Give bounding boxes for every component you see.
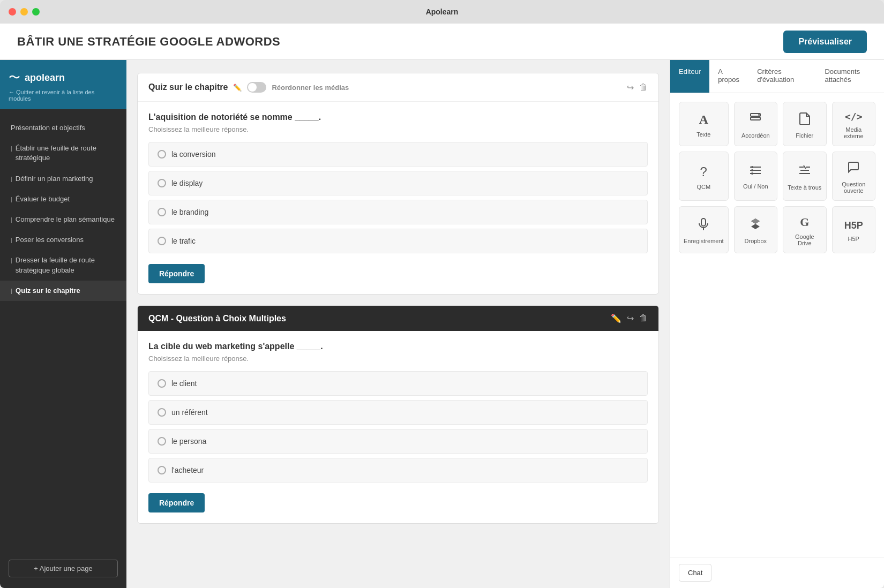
block-texte-a-trous-label: Texte à trous [788,184,821,191]
block-h5p-label: H5P [848,236,859,242]
sidebar-item-plan-marketing[interactable]: | Définir un plan marketing [0,169,126,189]
quiz2-body: La cible du web marketing s'appelle ____… [138,331,658,523]
main-window: BÂTIR UNE STRATÉGIE GOOGLE ADWORDS Prévi… [0,24,884,588]
block-accordeon[interactable]: Accordéon [734,102,777,146]
title-bar: Apolearn [0,0,884,24]
delete-icon[interactable]: 🗑 [639,313,648,323]
dropbox-icon [749,217,762,233]
block-enregistrement[interactable]: Enregistrement [679,206,729,253]
quiz1-option-0[interactable]: la conversion [148,142,648,167]
sidebar-item-label: Dresser la feuille de route stratégique … [16,255,116,275]
quiz1-header: Quiz sur le chapitre ✏️ Réordonner les m… [138,73,658,102]
sidebar-item-feuille-route[interactable]: | Établir une feuille de route stratégiq… [0,138,126,168]
sidebar-item-conversions[interactable]: | Poser les conversions [0,230,126,250]
preview-button[interactable]: Prévisualiser [783,31,867,53]
block-fichier[interactable]: Fichier [783,102,826,146]
radio-circle [158,437,166,446]
quiz2-option-0[interactable]: le client [148,371,648,396]
chat-button[interactable]: Chat [679,564,711,582]
sidebar-item-presentation[interactable]: Présentation et objectifs [0,118,126,138]
media-externe-icon: </> [845,111,863,122]
add-page-button[interactable]: + Ajouter une page [9,560,118,577]
back-link[interactable]: ← Quitter et revenir à la liste des modu… [9,89,118,102]
quiz1-actions: ↪ 🗑 [627,82,648,93]
tab-editeur[interactable]: Editeur [670,60,709,93]
option-label: un référent [171,408,208,417]
block-texte[interactable]: A Texte [679,102,729,146]
sidebar-nav: Présentation et objectifs | Établir une … [0,109,126,553]
quiz2-question: La cible du web marketing s'appelle ____… [148,342,648,351]
tab-documents[interactable]: Documents attachés [816,60,884,93]
right-panel: Editeur A propos Critères d'évaluation D… [670,60,884,588]
quiz2-option-2[interactable]: le persona [148,429,648,454]
quiz1-body: L'aquisition de notoriété se nomme _____… [138,102,658,294]
tab-apropos[interactable]: A propos [709,60,748,93]
quiz2-respond-button[interactable]: Répondre [148,493,205,512]
block-accordeon-label: Accordéon [741,132,770,139]
quiz1-title: Quiz sur le chapitre ✏️ Réordonner les m… [148,82,349,93]
sidebar-item-label: Définir un plan marketing [16,174,93,184]
sidebar-item-label: Quiz sur le chapitre [16,286,80,296]
quiz1-option-3[interactable]: le trafic [148,229,648,253]
block-oui-non[interactable]: Oui / Non [734,152,777,201]
quiz2-option-1[interactable]: un référent [148,400,648,425]
accordeon-icon [749,112,762,128]
svg-rect-1 [751,117,760,120]
edit-icon[interactable]: ✏️ [611,313,621,323]
block-qcm[interactable]: ? QCM [679,152,729,201]
content-area: 〜 apolearn ← Quitter et revenir à la lis… [0,60,884,588]
block-h5p[interactable]: H5P H5P [832,206,875,253]
edit-icon[interactable]: ✏️ [233,84,242,92]
quiz1-question: L'aquisition de notoriété se nomme _____… [148,112,648,122]
sidebar-item-label: Établir une feuille de route stratégique [16,144,116,163]
sidebar-item-quiz[interactable]: | Quiz sur le chapitre [0,281,126,301]
quiz1-card: Quiz sur le chapitre ✏️ Réordonner les m… [137,73,659,295]
svg-marker-17 [751,218,760,224]
quiz1-option-2[interactable]: le branding [148,200,648,224]
bullet-icon: | [11,175,12,183]
sidebar-item-plan-semantique[interactable]: | Comprendre le plan sémantique [0,209,126,230]
main-content: Quiz sur le chapitre ✏️ Réordonner les m… [126,60,884,588]
delete-icon[interactable]: 🗑 [639,82,648,93]
maximize-window-control[interactable] [32,8,40,16]
reorder-label: Réordonner les médias [272,84,349,92]
qcm-icon: ? [700,164,707,179]
bullet-icon: | [11,195,12,203]
toggle-switch[interactable] [247,82,266,93]
block-texte-label: Texte [696,131,710,138]
block-question-ouverte[interactable]: Question ouverte [832,152,875,201]
block-dropbox-label: Dropbox [745,238,767,244]
quiz2-question-sub: Choisissez la meilleure réponse. [148,355,648,363]
radio-circle [158,179,166,187]
quiz2-title: QCM - Question à Choix Multiples [148,314,286,323]
window-title: Apolearn [426,7,459,16]
tab-criteres[interactable]: Critères d'évaluation [748,60,816,93]
sidebar-item-budget[interactable]: | Évaluer le budget [0,189,126,209]
close-window-control[interactable] [9,8,16,16]
share-icon[interactable]: ↪ [627,313,634,323]
quiz1-option-1[interactable]: le display [148,171,648,195]
logo-area: 〜 apolearn [9,70,118,86]
quiz2-option-3[interactable]: l'acheteur [148,458,648,483]
block-media-externe-label: Media externe [837,126,871,139]
share-icon[interactable]: ↪ [627,82,634,93]
minimize-window-control[interactable] [20,8,28,16]
bullet-icon: | [11,145,12,153]
block-media-externe[interactable]: </> Media externe [832,102,875,146]
logo-text: apolearn [25,72,65,84]
svg-point-6 [751,166,753,168]
block-oui-non-label: Oui / Non [743,183,768,190]
block-texte-a-trous[interactable]: Texte à trous [783,152,826,201]
editor-area: Quiz sur le chapitre ✏️ Réordonner les m… [126,60,670,588]
radio-circle [158,150,166,159]
sidebar: 〜 apolearn ← Quitter et revenir à la lis… [0,60,126,588]
radio-circle [158,379,166,388]
option-label: l'acheteur [171,466,204,474]
logo-icon: 〜 [9,70,20,86]
block-dropbox[interactable]: Dropbox [734,206,777,253]
radio-circle [158,208,166,216]
block-google-drive[interactable]: G Google Drive [783,206,826,253]
page-title: BÂTIR UNE STRATÉGIE GOOGLE ADWORDS [17,35,280,49]
quiz1-respond-button[interactable]: Répondre [148,264,205,283]
sidebar-item-feuille-route-globale[interactable]: | Dresser la feuille de route stratégiqu… [0,250,126,280]
